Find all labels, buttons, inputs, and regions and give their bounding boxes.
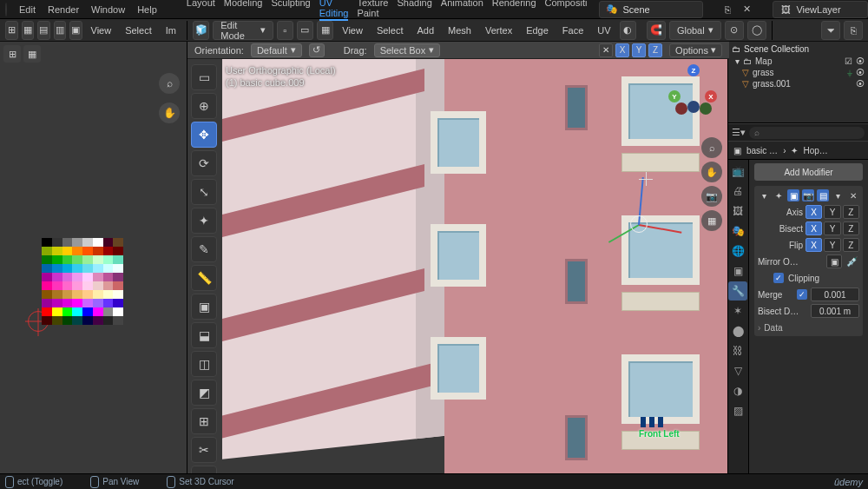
ptab-mesh[interactable]: ▽ bbox=[728, 361, 747, 380]
orientation-dropdown[interactable]: Default ▾ bbox=[251, 43, 302, 57]
axis-neg-y-icon[interactable] bbox=[700, 102, 712, 115]
menu-select[interactable]: Select bbox=[372, 25, 409, 36]
uv-mode-1[interactable]: ▦ bbox=[22, 21, 35, 40]
bc-object[interactable]: basic … bbox=[746, 146, 778, 155]
ptab-viewlayer[interactable]: 🖼 bbox=[728, 202, 747, 221]
bisect-x[interactable]: X bbox=[806, 221, 822, 235]
visibility-icon[interactable]: ⦿ bbox=[856, 68, 865, 77]
tool-scale[interactable]: ⤡ bbox=[191, 179, 217, 205]
disclosure-icon[interactable]: ▾ bbox=[758, 189, 770, 202]
perspective-toggle-icon[interactable]: ▦ bbox=[701, 210, 722, 231]
tool-inset[interactable]: ◫ bbox=[191, 351, 217, 377]
tab-layout[interactable]: Layout bbox=[187, 0, 215, 21]
axis-z-icon[interactable]: Z bbox=[687, 64, 700, 76]
uv-mode-4[interactable]: ▣ bbox=[69, 21, 82, 40]
scene-selector[interactable]: 🎭 Scene bbox=[599, 1, 703, 18]
pivot-dropdown-icon[interactable]: ⊙ bbox=[725, 21, 744, 40]
constrain-x[interactable]: X bbox=[615, 43, 629, 57]
tab-shading[interactable]: Shading bbox=[397, 0, 431, 21]
menu-add[interactable]: Add bbox=[411, 25, 439, 36]
tool-knife[interactable]: ✂ bbox=[191, 437, 217, 463]
axis-y-icon[interactable]: Y bbox=[668, 90, 681, 102]
outliner-search-input[interactable]: ⌕ bbox=[749, 127, 865, 139]
mod-show-render-icon[interactable]: 📷 bbox=[802, 189, 814, 202]
bisect-z[interactable]: Z bbox=[843, 221, 859, 235]
axis-neg-x-icon[interactable] bbox=[675, 102, 687, 115]
tab-uv-editing[interactable]: UV Editing bbox=[319, 0, 349, 21]
new-scene-icon[interactable]: ⎘ bbox=[720, 3, 734, 17]
tool-annotate[interactable]: ✎ bbox=[191, 236, 217, 262]
tab-rendering[interactable]: Rendering bbox=[492, 0, 536, 21]
nav-gizmo[interactable]: X Y Z bbox=[670, 66, 719, 115]
filter-icon[interactable]: ⏚ bbox=[847, 68, 852, 77]
editor-type-icon[interactable]: 🧊 bbox=[193, 21, 209, 40]
modifier-data-subpanel[interactable]: Data bbox=[758, 323, 859, 333]
ptab-modifiers[interactable]: 🔧 bbox=[728, 281, 747, 301]
ptab-physics[interactable]: ⬤ bbox=[728, 321, 747, 340]
axis-x[interactable]: X bbox=[806, 205, 822, 219]
menu-view[interactable]: View bbox=[337, 25, 368, 36]
select-mode-edge[interactable]: ▭ bbox=[297, 21, 313, 40]
mode-dropdown[interactable]: Edit Mode ▾ bbox=[213, 21, 273, 40]
menu-edge[interactable]: Edge bbox=[521, 25, 554, 36]
ptab-world[interactable]: 🌐 bbox=[728, 241, 747, 261]
uv-editor[interactable]: ⊞ ▦ ⌕ ✋ bbox=[0, 42, 187, 473]
3d-viewport[interactable]: ▭ ⊕ ✥ ⟳ ⤡ ✦ ✎ 📏 ▣ ⬓ ◫ ◩ ⊞ ✂ ▲ User Ortho… bbox=[187, 42, 727, 473]
checkbox-icon[interactable]: ☑ bbox=[845, 56, 852, 66]
tool-transform[interactable]: ✦ bbox=[191, 208, 217, 234]
outliner[interactable]: 🗀Scene Collection ▾ 🗀 Map ☑ ⦿ ▽ grass ⏚ … bbox=[728, 42, 868, 123]
menu-render[interactable]: Render bbox=[48, 4, 79, 15]
lock-icon[interactable]: ✕ bbox=[599, 43, 613, 57]
tool-bevel[interactable]: ◩ bbox=[191, 380, 217, 406]
camera-view-icon[interactable]: 📷 bbox=[701, 186, 722, 207]
tool-cursor[interactable]: ⊕ bbox=[191, 93, 217, 119]
hand-pan-icon[interactable]: ✋ bbox=[159, 102, 180, 123]
merge-distance-field[interactable]: 0.001 bbox=[811, 287, 859, 301]
hand-pan-icon[interactable]: ✋ bbox=[701, 162, 722, 182]
tool-select-box[interactable]: ▭ bbox=[191, 64, 217, 90]
mod-apply-dropdown-icon[interactable]: ▾ bbox=[832, 189, 844, 202]
visibility-icon[interactable]: ⦿ bbox=[856, 56, 865, 66]
eyedropper-icon[interactable]: 💉 bbox=[845, 254, 859, 268]
remove-scene-icon[interactable]: ✕ bbox=[740, 3, 753, 17]
proportional-edit-icon[interactable]: ◯ bbox=[747, 21, 766, 40]
uv-mode-2[interactable]: ▤ bbox=[37, 21, 50, 40]
viewlayer-selector[interactable]: 🖼 ViewLayer bbox=[773, 1, 868, 18]
tool-move[interactable]: ✥ bbox=[191, 122, 217, 148]
collection-map[interactable]: Map bbox=[755, 56, 772, 66]
add-modifier-button[interactable]: Add Modifier bbox=[754, 163, 863, 181]
bisect-distance-field[interactable]: 0.001 m bbox=[811, 304, 859, 318]
close-icon[interactable]: ✕ bbox=[847, 189, 859, 202]
uv-view-menu[interactable]: View bbox=[86, 25, 117, 36]
outliner-new-icon[interactable]: ⎘ bbox=[844, 21, 863, 40]
uv-editor-type-icon[interactable]: ⊞ bbox=[5, 21, 18, 40]
visibility-icon[interactable]: ⦿ bbox=[856, 79, 865, 89]
uv-image-menu[interactable]: Im bbox=[161, 25, 181, 36]
constrain-z[interactable]: Z bbox=[648, 43, 662, 57]
transform-orientation-dropdown[interactable]: Global ▾ bbox=[669, 21, 721, 40]
select-mode-face[interactable]: ▦ bbox=[317, 21, 333, 40]
tool-loop-cut[interactable]: ⊞ bbox=[191, 408, 217, 434]
outliner-item[interactable]: grass.001 bbox=[753, 79, 791, 89]
menu-vertex[interactable]: Vertex bbox=[480, 25, 517, 36]
ptab-output[interactable]: 🖨 bbox=[728, 182, 747, 201]
magnet-icon[interactable]: 🧲 bbox=[647, 21, 666, 40]
clipping-checkbox[interactable]: ✓ bbox=[773, 273, 784, 283]
menu-face[interactable]: Face bbox=[557, 25, 589, 36]
bisect-y[interactable]: Y bbox=[824, 221, 840, 235]
axis-x-icon[interactable]: X bbox=[705, 90, 717, 102]
tool-extrude[interactable]: ⬓ bbox=[191, 322, 217, 348]
uv-island-icon[interactable]: ⊞ bbox=[3, 45, 21, 63]
filter-dropdown-icon[interactable]: ☰▾ bbox=[732, 126, 746, 140]
outliner-filter-icon[interactable]: ⏷ bbox=[821, 21, 840, 40]
constrain-y[interactable]: Y bbox=[632, 43, 646, 57]
disclosure-icon[interactable]: ▾ bbox=[735, 56, 740, 66]
tool-rotate[interactable]: ⟳ bbox=[191, 150, 217, 176]
drag-dropdown[interactable]: Select Box ▾ bbox=[374, 43, 441, 57]
menu-mesh[interactable]: Mesh bbox=[443, 25, 477, 36]
axis-neg-z-icon[interactable] bbox=[687, 101, 700, 113]
select-mode-vertex[interactable]: ▫ bbox=[277, 21, 293, 40]
ptab-material[interactable]: ◑ bbox=[728, 381, 747, 400]
menu-help[interactable]: Help bbox=[137, 4, 157, 15]
menu-edit[interactable]: Edit bbox=[19, 4, 36, 15]
